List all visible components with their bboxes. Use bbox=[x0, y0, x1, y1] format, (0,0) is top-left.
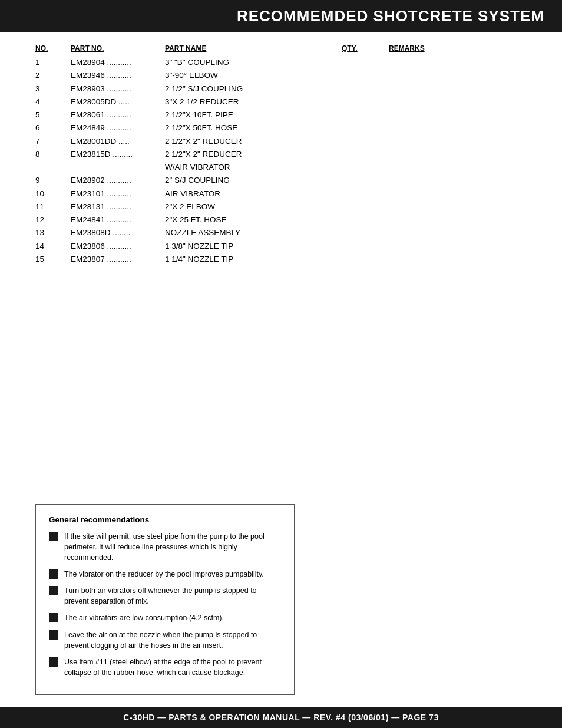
part-number: 8 bbox=[35, 148, 71, 161]
list-item: 1 EM28904 ........... 3" "B" COUPLING bbox=[35, 56, 527, 69]
footer: C-30HD — PARTS & OPERATION MANUAL — REV.… bbox=[0, 707, 562, 728]
part-name: 2"X 25 FT. HOSE bbox=[165, 213, 342, 226]
part-code: EM28005DD ..... bbox=[71, 95, 165, 108]
col-part-name: PART NAME bbox=[165, 44, 342, 52]
column-headers: NO. PART NO. PART NAME QTY. REMARKS bbox=[35, 44, 527, 52]
rec-item: Turn both air vibrators off whenever the… bbox=[49, 585, 281, 607]
part-name: 1 1/4" NOZZLE TIP bbox=[165, 253, 342, 266]
list-item: 6 EM24849 ........... 2 1/2"X 50FT. HOSE bbox=[35, 121, 527, 134]
part-name: 3"X 2 1/2 REDUCER bbox=[165, 95, 342, 108]
list-item: 15 EM23807 ........... 1 1/4" NOZZLE TIP bbox=[35, 253, 527, 266]
part-name: 2 1/2"X 2" REDUCER bbox=[165, 148, 342, 161]
list-item: 13 EM23808D ........ NOZZLE ASSEMBLY bbox=[35, 226, 527, 239]
part-name: 2 1/2"X 2" REDUCER bbox=[165, 135, 342, 148]
rec-item: Use item #11 (steel elbow) at the edge o… bbox=[49, 657, 281, 678]
part-name: 3"-90° ELBOW bbox=[165, 69, 342, 82]
rec-text: The air vibrators are low consumption (4… bbox=[64, 612, 281, 623]
parts-list: 1 EM28904 ........... 3" "B" COUPLING 2 … bbox=[35, 56, 527, 266]
part-name: 2 1/2"X 10FT. PIPE bbox=[165, 108, 342, 121]
part-code: EM23806 ........... bbox=[71, 240, 165, 253]
list-item: 10 EM23101 ........... AIR VIBRATOR bbox=[35, 187, 527, 200]
rec-item: The vibrator on the reducer by the pool … bbox=[49, 569, 281, 579]
part-number: 14 bbox=[35, 240, 71, 253]
part-code: EM28131 ........... bbox=[71, 200, 165, 213]
part-number: 3 bbox=[35, 83, 71, 95]
part-number: 12 bbox=[35, 213, 71, 226]
bullet-icon bbox=[49, 630, 58, 640]
part-number: 13 bbox=[35, 226, 71, 239]
bullet-icon bbox=[49, 657, 58, 667]
bullet-icon bbox=[49, 586, 58, 595]
header-title: RECOMMEMDED SHOTCRETE SYSTEM bbox=[237, 7, 544, 25]
part-name: 2"X 2 ELBOW bbox=[165, 200, 342, 213]
part-code: EM28061 ........... bbox=[71, 108, 165, 121]
recommendations-title: General recommendations bbox=[49, 515, 281, 524]
list-item: 2 EM23946 ........... 3"-90° ELBOW bbox=[35, 69, 527, 82]
recommendations-section: General recommendations If the site will… bbox=[0, 492, 562, 707]
part-name: W/AIR VIBRATOR bbox=[165, 161, 342, 174]
rec-text: Use item #11 (steel elbow) at the edge o… bbox=[64, 657, 281, 678]
rec-text: Turn both air vibrators off whenever the… bbox=[64, 585, 281, 607]
part-number: 6 bbox=[35, 121, 71, 134]
list-item: 4 EM28005DD ..... 3"X 2 1/2 REDUCER bbox=[35, 95, 527, 108]
footer-text: C-30HD — PARTS & OPERATION MANUAL — REV.… bbox=[123, 713, 438, 722]
list-item: 11 EM28131 ........... 2"X 2 ELBOW bbox=[35, 200, 527, 213]
part-code: EM28001DD ..... bbox=[71, 135, 165, 148]
part-code: EM24849 ........... bbox=[71, 121, 165, 134]
part-code: EM23101 ........... bbox=[71, 187, 165, 200]
bullet-icon bbox=[49, 532, 58, 541]
list-item: 3 EM28903 ........... 2 1/2" S/J COUPLIN… bbox=[35, 83, 527, 95]
part-number: 9 bbox=[35, 174, 71, 187]
part-number: 11 bbox=[35, 200, 71, 213]
rec-item: Leave the air on at the nozzle when the … bbox=[49, 630, 281, 651]
part-number: 15 bbox=[35, 253, 71, 266]
part-name: AIR VIBRATOR bbox=[165, 187, 342, 200]
part-number bbox=[35, 161, 71, 174]
part-code: EM23815D ......... bbox=[71, 148, 165, 161]
bullet-icon bbox=[49, 569, 58, 579]
col-remarks: REMARKS bbox=[389, 44, 495, 52]
parts-section: NO. PART NO. PART NAME QTY. REMARKS 1 EM… bbox=[0, 32, 562, 492]
recommendations-list: If the site will permit, use steel pipe … bbox=[49, 531, 281, 678]
part-number: 5 bbox=[35, 108, 71, 121]
rec-text: If the site will permit, use steel pipe … bbox=[64, 531, 281, 563]
list-item: 9 EM28902 ........... 2" S/J COUPLING bbox=[35, 174, 527, 187]
part-code: EM23807 ........... bbox=[71, 253, 165, 266]
col-qty: QTY. bbox=[342, 44, 389, 52]
part-name: 2" S/J COUPLING bbox=[165, 174, 342, 187]
list-item: W/AIR VIBRATOR bbox=[35, 161, 527, 174]
part-number: 10 bbox=[35, 187, 71, 200]
page: RECOMMEMDED SHOTCRETE SYSTEM NO. PART NO… bbox=[0, 0, 562, 728]
rec-text: The vibrator on the reducer by the pool … bbox=[64, 569, 281, 579]
part-number: 2 bbox=[35, 69, 71, 82]
list-item: 5 EM28061 ........... 2 1/2"X 10FT. PIPE bbox=[35, 108, 527, 121]
part-code: EM24841 ........... bbox=[71, 213, 165, 226]
part-name: 2 1/2" S/J COUPLING bbox=[165, 83, 342, 95]
part-name: 2 1/2"X 50FT. HOSE bbox=[165, 121, 342, 134]
col-no: NO. bbox=[35, 44, 71, 52]
list-item: 14 EM23806 ........... 1 3/8" NOZZLE TIP bbox=[35, 240, 527, 253]
part-code: EM23808D ........ bbox=[71, 226, 165, 239]
part-number: 1 bbox=[35, 56, 71, 69]
part-name: 1 3/8" NOZZLE TIP bbox=[165, 240, 342, 253]
col-part-no: PART NO. bbox=[71, 44, 165, 52]
page-title: RECOMMEMDED SHOTCRETE SYSTEM bbox=[0, 0, 562, 32]
rec-item: If the site will permit, use steel pipe … bbox=[49, 531, 281, 563]
part-code bbox=[71, 161, 165, 174]
part-number: 7 bbox=[35, 135, 71, 148]
part-name: 3" "B" COUPLING bbox=[165, 56, 342, 69]
bullet-icon bbox=[49, 613, 58, 622]
rec-item: The air vibrators are low consumption (4… bbox=[49, 612, 281, 623]
part-name: NOZZLE ASSEMBLY bbox=[165, 226, 342, 239]
part-code: EM23946 ........... bbox=[71, 69, 165, 82]
recommendations-box: General recommendations If the site will… bbox=[35, 504, 295, 695]
rec-text: Leave the air on at the nozzle when the … bbox=[64, 630, 281, 651]
part-code: EM28902 ........... bbox=[71, 174, 165, 187]
list-item: 8 EM23815D ......... 2 1/2"X 2" REDUCER bbox=[35, 148, 527, 161]
part-code: EM28904 ........... bbox=[71, 56, 165, 69]
part-number: 4 bbox=[35, 95, 71, 108]
list-item: 12 EM24841 ........... 2"X 25 FT. HOSE bbox=[35, 213, 527, 226]
part-code: EM28903 ........... bbox=[71, 83, 165, 95]
list-item: 7 EM28001DD ..... 2 1/2"X 2" REDUCER bbox=[35, 135, 527, 148]
